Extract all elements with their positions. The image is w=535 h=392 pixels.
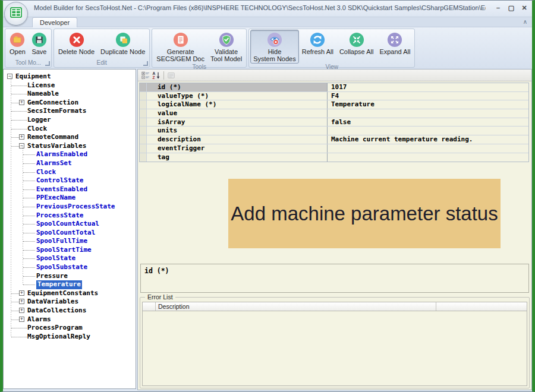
button-label: Hide bbox=[268, 48, 282, 55]
property-row-gutter bbox=[140, 92, 147, 100]
tree-node-spoolcounttotal[interactable]: SpoolCountTotal bbox=[4, 229, 136, 238]
open-button[interactable]: Open bbox=[7, 30, 29, 56]
tree-node-alarmsset[interactable]: AlarmsSet bbox=[4, 159, 136, 168]
property-value[interactable]: false bbox=[328, 118, 528, 127]
tree-connector-line bbox=[23, 258, 35, 259]
property-name[interactable]: id (*) bbox=[147, 83, 328, 91]
equipment-tree: −EquipmentLicenseNameable+GemConnectionS… bbox=[3, 69, 136, 389]
tree-node-remotecommand[interactable]: +RemoteCommand bbox=[4, 133, 136, 142]
error-column-2[interactable] bbox=[436, 302, 527, 311]
tree-node-alarms[interactable]: +Alarms bbox=[4, 315, 136, 324]
expand-icon bbox=[387, 32, 402, 48]
tree-node-controlstate[interactable]: ControlState bbox=[4, 176, 136, 185]
duplicate-node-button[interactable]: Duplicate Node bbox=[97, 30, 148, 56]
hide-system-nodes-button[interactable]: HideSystem Nodes bbox=[250, 30, 299, 64]
expand-plus-icon[interactable]: + bbox=[19, 299, 24, 304]
generate-secs-gem-doc-button[interactable]: GenerateSECS/GEM Doc bbox=[153, 30, 207, 64]
property-value[interactable]: 1017 bbox=[328, 83, 528, 91]
error-column-description[interactable]: Description bbox=[156, 302, 436, 311]
collapse-minus-icon[interactable]: − bbox=[19, 143, 24, 148]
dialog-launcher-icon[interactable] bbox=[45, 61, 50, 66]
tree-node-alarmsenabled[interactable]: AlarmsEnabled bbox=[4, 150, 136, 159]
delete-node-button[interactable]: Delete Node bbox=[55, 30, 97, 56]
error-list-header: Description bbox=[143, 302, 527, 311]
tree-node-equipment[interactable]: −Equipment bbox=[4, 72, 136, 81]
property-name[interactable]: logicalName (*) bbox=[147, 100, 328, 109]
ribbon-collapse-chevron-icon[interactable]: ∧ bbox=[523, 18, 527, 25]
error-list-groupbox: Error List Description bbox=[140, 297, 530, 388]
tab-developer[interactable]: Developer bbox=[32, 17, 77, 27]
tree-node-label: DataCollections bbox=[27, 306, 86, 315]
tree-node-license[interactable]: License bbox=[4, 81, 136, 90]
tree-node-gemconnection[interactable]: +GemConnection bbox=[4, 99, 136, 108]
close-button[interactable]: ✕ bbox=[519, 3, 530, 12]
property-name[interactable]: units bbox=[147, 127, 328, 135]
property-value[interactable] bbox=[328, 127, 528, 135]
tree-node-spoolfulltime[interactable]: SpoolFullTime bbox=[4, 237, 136, 246]
tree-node-clock[interactable]: Clock bbox=[4, 168, 136, 177]
tree-node-eventsenabled[interactable]: EventsEnabled bbox=[4, 185, 136, 194]
tree-node-label: DataVariables bbox=[27, 298, 78, 306]
refresh-icon bbox=[310, 32, 325, 48]
validate-tool-model-button[interactable]: ValidateTool Model bbox=[207, 30, 245, 64]
tree-guide-line bbox=[11, 77, 11, 337]
tree-node-nameable[interactable]: Nameable bbox=[4, 90, 136, 99]
property-name[interactable]: valueType (*) bbox=[147, 92, 328, 100]
tree-node-spoolstarttime[interactable]: SpoolStartTime bbox=[4, 246, 136, 255]
tree-node-spoolcountactual[interactable]: SpoolCountActual bbox=[4, 220, 136, 229]
tree-node-temperature[interactable]: Temperature bbox=[4, 280, 136, 289]
tree-node-label: Clock bbox=[36, 168, 56, 177]
tree-node-pressure[interactable]: Pressure bbox=[4, 272, 136, 281]
property-name[interactable]: description bbox=[147, 135, 328, 144]
property-value[interactable]: Machine current temperature reading. bbox=[328, 135, 528, 144]
error-column-0[interactable] bbox=[143, 302, 156, 311]
tree-connector-line bbox=[11, 328, 27, 328]
refresh-all-button[interactable]: Refresh All bbox=[299, 30, 336, 56]
property-name[interactable]: eventTrigger bbox=[147, 144, 328, 153]
tree-node-secsitemformats[interactable]: SecsItemFormats bbox=[4, 107, 136, 116]
expand-plus-icon[interactable]: + bbox=[19, 308, 24, 313]
tree-node-label: SecsItemFormats bbox=[27, 107, 86, 116]
expand-plus-icon[interactable]: + bbox=[19, 317, 24, 322]
property-value[interactable] bbox=[328, 109, 528, 118]
dialog-launcher-icon[interactable] bbox=[143, 61, 148, 66]
tree-node-equipmentconstants[interactable]: +EquipmentConstants bbox=[4, 289, 136, 298]
categorized-icon[interactable] bbox=[140, 71, 151, 80]
property-value[interactable] bbox=[328, 144, 528, 153]
tree-node-statusvariables[interactable]: −StatusVariables bbox=[4, 142, 136, 151]
property-name[interactable]: value bbox=[147, 109, 328, 118]
tree-node-processprogram[interactable]: ProcessProgram bbox=[4, 324, 136, 333]
button-label: Delete Node bbox=[58, 48, 95, 55]
collapse-all-button[interactable]: Collapse All bbox=[336, 30, 376, 56]
expand-plus-icon[interactable]: + bbox=[19, 290, 24, 296]
sort-alphabetical-icon[interactable]: AZ bbox=[151, 71, 162, 80]
expand-plus-icon[interactable]: + bbox=[19, 100, 24, 105]
property-pages-icon[interactable] bbox=[166, 71, 177, 80]
expand-plus-icon[interactable]: + bbox=[19, 134, 24, 140]
tree-node-datavariables[interactable]: +DataVariables bbox=[4, 298, 136, 306]
property-name[interactable]: tag bbox=[147, 153, 328, 162]
save-button[interactable]: Save bbox=[29, 30, 50, 56]
property-value[interactable]: F4 bbox=[328, 92, 528, 100]
property-value[interactable]: Temperature bbox=[328, 100, 528, 109]
collapse-minus-icon[interactable]: − bbox=[7, 74, 12, 79]
collapse-icon bbox=[349, 32, 364, 48]
property-value[interactable] bbox=[328, 153, 528, 162]
property-name[interactable]: isArray bbox=[147, 118, 328, 127]
duplicate-node-icon bbox=[115, 32, 131, 48]
maximize-button[interactable]: ▢ bbox=[506, 3, 517, 12]
tree-node-datacollections[interactable]: +DataCollections bbox=[4, 306, 136, 315]
tree-node-clock[interactable]: Clock bbox=[4, 125, 136, 134]
tree-node-spoolsubstate[interactable]: SpoolSubstate bbox=[4, 263, 136, 272]
tree-node-processstate[interactable]: ProcessState bbox=[4, 211, 136, 220]
expand-all-button[interactable]: Expand All bbox=[376, 30, 413, 56]
tree-node-msgoptionalreply[interactable]: MsgOptionalReply bbox=[4, 333, 136, 342]
tree-node-logger[interactable]: Logger bbox=[4, 116, 136, 125]
minimize-button[interactable]: – bbox=[493, 3, 503, 12]
tree-node-ppexecname[interactable]: PPExecName bbox=[4, 194, 136, 203]
main-content: −EquipmentLicenseNameable+GemConnectionS… bbox=[3, 69, 532, 391]
window-title: Model Builder for SecsToHost.Net - C:\Pr… bbox=[34, 4, 486, 11]
tree-node-previousprocessstate[interactable]: PreviousProcessState bbox=[4, 203, 136, 211]
tree-node-spoolstate[interactable]: SpoolState bbox=[4, 254, 136, 263]
app-menu-button[interactable] bbox=[4, 2, 28, 26]
